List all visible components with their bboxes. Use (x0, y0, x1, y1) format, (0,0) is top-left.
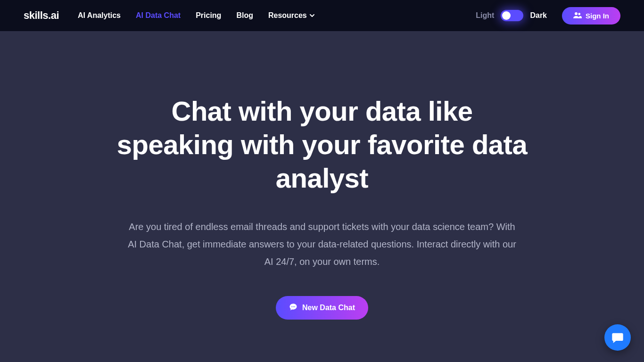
svg-point-4 (294, 306, 295, 307)
nav-resources[interactable]: Resources (268, 11, 314, 20)
hero: Chat with your data like speaking with y… (0, 31, 644, 320)
chevron-down-icon (310, 13, 314, 18)
nav-resources-label: Resources (268, 11, 307, 20)
nav-pricing[interactable]: Pricing (196, 11, 221, 20)
hero-subtitle: Are you tired of endless email threads a… (124, 218, 520, 271)
cta-label: New Data Chat (302, 304, 355, 312)
users-icon (573, 12, 582, 20)
chat-icon (289, 303, 297, 313)
header: skills.ai AI Analytics AI Data Chat Pric… (0, 0, 644, 31)
header-right: Light Dark Sign In (476, 7, 620, 25)
chat-bubble-icon (611, 331, 624, 344)
moon-icon (505, 11, 514, 20)
nav-blog[interactable]: Blog (236, 11, 253, 20)
hero-title: Chat with your data like speaking with y… (110, 95, 534, 195)
chat-fab[interactable] (604, 324, 631, 351)
nav-ai-analytics[interactable]: AI Analytics (78, 11, 121, 20)
theme-toggle[interactable] (501, 10, 523, 21)
theme-dark-label: Dark (530, 11, 547, 20)
nav: AI Analytics AI Data Chat Pricing Blog R… (78, 11, 314, 20)
svg-point-2 (291, 306, 292, 307)
nav-ai-data-chat[interactable]: AI Data Chat (136, 11, 181, 20)
new-data-chat-button[interactable]: New Data Chat (276, 296, 368, 320)
signin-label: Sign In (586, 12, 609, 20)
svg-point-3 (293, 306, 294, 307)
signin-button[interactable]: Sign In (562, 7, 620, 25)
svg-point-0 (575, 12, 578, 15)
theme-light-label: Light (476, 11, 494, 20)
logo[interactable]: skills.ai (24, 9, 59, 22)
svg-point-1 (578, 13, 580, 15)
